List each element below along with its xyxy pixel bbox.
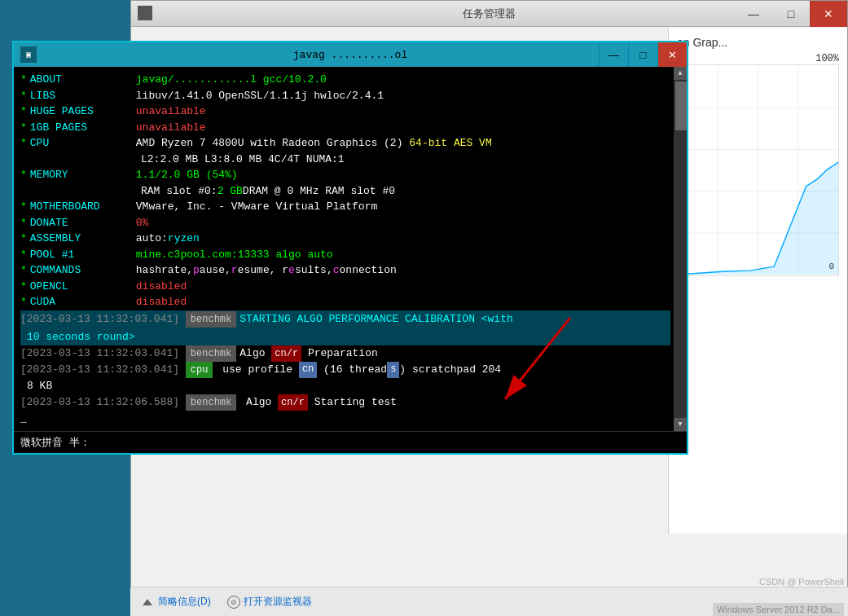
commands-key: COMMANDS: [30, 262, 136, 279]
thread-tag: s: [387, 362, 399, 378]
cuda-val: disabled: [136, 294, 187, 310]
log1-cont: 10 seconds round>: [27, 329, 135, 345]
scroll-up-button[interactable]: ▲: [674, 67, 687, 80]
taskmanager-title: 任务管理器: [463, 7, 516, 21]
log4-tag: benchmk: [186, 394, 236, 411]
red-arrow-1: [489, 310, 587, 436]
terminal-window: ▣ javag ..........ol — □ ✕ * ABOUT javag…: [12, 41, 688, 455]
star-icon: *: [20, 231, 27, 247]
star-icon: *: [20, 88, 27, 104]
star-icon: *: [20, 215, 27, 231]
terminal-title: javag ..........ol: [293, 49, 407, 61]
memory-key: MEMORY: [30, 167, 136, 183]
taskmanager-minimize-button[interactable]: —: [735, 1, 772, 27]
pool-line: * POOL #1 mine.c3pool.com:13333 algo aut…: [20, 247, 670, 263]
terminal-scrollbar[interactable]: ▲ ▼: [674, 67, 687, 431]
graph-area: on Grap... 100% 0: [668, 28, 847, 534]
hugepages-line: * HUGE PAGES unavailable: [20, 103, 670, 120]
graph-percent: 100%: [677, 53, 839, 64]
log3-time: [2023-03-13 11:32:03.041]: [20, 362, 179, 378]
ime-label: 微软拼音 半：: [20, 437, 90, 449]
log4-msg2: Starting test: [314, 394, 397, 411]
resource-label: 打开资源监视器: [244, 595, 312, 609]
taskmanager-close-button[interactable]: ✕: [810, 1, 847, 27]
commands-line: * COMMANDS hashrate, pause, resume, r es…: [20, 262, 670, 279]
gbpages-val: unavailable: [136, 120, 206, 136]
graph-canvas: 0: [677, 64, 839, 276]
terminal-close-button[interactable]: ✕: [657, 42, 687, 67]
log4-algo: cn/r: [278, 394, 308, 411]
taskmanager-titlebar: 任务管理器 — □ ✕: [131, 1, 847, 27]
log4-time: [2023-03-13 11:32:06.588]: [20, 394, 179, 411]
donate-val: 0%: [136, 215, 149, 231]
svg-line-11: [505, 318, 570, 399]
memory-val1: 1.1/2.0 GB (54%): [136, 167, 238, 183]
red-arrow-2: [832, 457, 848, 583]
resource-monitor-button[interactable]: ⊘ 打开资源监视器: [227, 595, 312, 609]
star-icon: *: [20, 199, 27, 215]
star-icon: *: [20, 262, 27, 279]
assembly-val: ryzen: [168, 231, 200, 247]
star-icon: *: [20, 72, 27, 88]
taskmanager-maximize-button[interactable]: □: [772, 1, 810, 27]
cpu-line: * CPU AMD Ryzen 7 4800U with Radeon Grap…: [20, 135, 670, 152]
log1-tag: benchmk: [186, 311, 236, 328]
log2-time: [2023-03-13 11:32:03.041]: [20, 345, 179, 362]
cpu-line2: L2:2.0 MB L3:8.0 MB 4C/4T NUMA:1: [20, 152, 670, 168]
cpu-key: CPU: [30, 135, 136, 152]
motherboard-line: * MOTHERBOARD VMware, Inc. - VMware Virt…: [20, 199, 670, 215]
star-icon: *: [20, 247, 27, 263]
star-icon: *: [20, 103, 27, 120]
donate-line: * DONATE 0%: [20, 215, 670, 231]
graph-title: on Grap...: [677, 36, 839, 49]
log3-kb: 8 KB: [27, 378, 52, 394]
opencl-key: OPENCL: [30, 279, 136, 295]
os-label: Windows Server 2012 R2 Da...: [713, 603, 844, 616]
star-icon: *: [20, 120, 27, 136]
graph-zero-label: 0: [828, 262, 834, 271]
log1-msg: STARTING ALGO PERFORMANCE CALIBRATION <w…: [239, 311, 512, 328]
taskmanager-icon: [138, 6, 152, 20]
about-val: javag/............l gcc/10.2.0: [136, 72, 327, 88]
terminal-minimize-button[interactable]: —: [599, 42, 628, 67]
scroll-down-button[interactable]: ▼: [674, 418, 687, 431]
donate-key: DONATE: [30, 215, 136, 231]
memory-line: * MEMORY 1.1/2.0 GB (54%): [20, 167, 670, 183]
pool-key: POOL #1: [30, 247, 136, 263]
cpu-val3: L2:2.0 MB L3:8.0 MB 4C/4T NUMA:1: [141, 152, 345, 168]
hugepages-key: HUGE PAGES: [30, 103, 136, 120]
gbpages-key: 1GB PAGES: [30, 120, 136, 136]
about-key: ABOUT: [30, 72, 136, 88]
star-icon: *: [20, 294, 27, 310]
cn-tag: cn: [299, 362, 317, 378]
terminal-controls: — □ ✕: [599, 42, 687, 67]
libs-key: LIBS: [30, 88, 136, 104]
circle-icon: ⊘: [227, 596, 240, 609]
cpu-val1: AMD Ryzen 7 4800U with Radeon Graphics (…: [136, 135, 403, 152]
terminal-titlebar: ▣ javag ..........ol — □ ✕: [14, 42, 687, 67]
log2-msg2: Preparation: [308, 345, 378, 362]
summary-button[interactable]: 简略信息(D): [143, 595, 211, 609]
about-line: * ABOUT javag/............l gcc/10.2.0: [20, 72, 670, 88]
hugepages-val: unavailable: [136, 103, 206, 120]
scroll-thumb[interactable]: [675, 81, 687, 130]
log2-msg1: Algo: [239, 345, 271, 362]
libs-line: * LIBS libuv/1.41.0 OpenSSL/1.1.1j hwloc…: [20, 88, 670, 104]
memory-line2: RAM slot #0: 2 GB DRAM @ 0 MHz RAM slot …: [20, 183, 670, 200]
log2-algo: cn/r: [271, 345, 301, 362]
cuda-key: CUDA: [30, 294, 136, 310]
star-icon: *: [20, 167, 27, 183]
memory-val2: RAM slot #0:: [141, 183, 217, 200]
opencl-line: * OPENCL disabled: [20, 279, 670, 295]
motherboard-key: MOTHERBOARD: [30, 199, 136, 215]
terminal-maximize-button[interactable]: □: [628, 42, 657, 67]
assembly-key: ASSEMBLY: [30, 231, 136, 247]
pool-val: mine.c3pool.com:13333 algo auto: [136, 247, 333, 263]
triangle-up-icon: [143, 599, 152, 605]
opencl-val: disabled: [136, 279, 187, 295]
log1-time: [2023-03-13 11:32:03.041]: [20, 311, 179, 328]
libs-val: libuv/1.41.0 OpenSSL/1.1.1j hwloc/2.4.1: [136, 88, 384, 104]
cuda-line: * CUDA disabled: [20, 294, 670, 310]
cpu-val2: 64-bit AES VM: [409, 135, 491, 152]
motherboard-val: VMware, Inc. - VMware Virtual Platform: [136, 199, 377, 215]
